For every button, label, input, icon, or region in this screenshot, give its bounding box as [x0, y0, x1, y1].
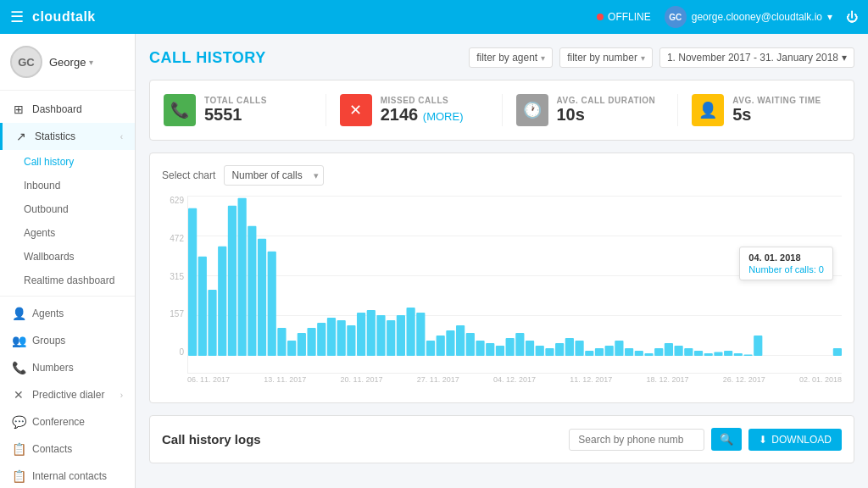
y-label-315: 315 — [170, 272, 184, 281]
chart-section: Select chart Number of calls 629 472 315… — [149, 152, 854, 403]
chevron-down-icon: ▾ — [827, 11, 832, 23]
sidebar-item-groups[interactable]: 👥 Groups — [0, 327, 135, 354]
sidebar: GC George ▾ ⊞ Dashboard ↗ Statistics ‹ C… — [0, 34, 136, 488]
avg-duration-label: AVG. CALL DURATION — [557, 96, 656, 105]
sidebar-item-contacts[interactable]: 📋 Contacts — [0, 435, 135, 463]
svg-rect-33 — [515, 333, 524, 356]
sidebar-item-agents-stat[interactable]: Agents — [0, 221, 135, 245]
svg-rect-35 — [536, 346, 544, 356]
svg-rect-21 — [397, 315, 405, 356]
topbar-left: ☰ cloudtalk — [10, 8, 96, 26]
sidebar-item-label: Dashboard — [32, 103, 82, 115]
arrow-icon: › — [120, 391, 123, 400]
power-icon[interactable]: ⏻ — [846, 10, 858, 24]
svg-rect-17 — [357, 313, 365, 356]
svg-rect-54 — [724, 351, 732, 356]
arrow-icon: ‹ — [120, 132, 123, 141]
sidebar-username[interactable]: George ▾ — [49, 56, 93, 69]
chart-select-label: Select chart — [162, 169, 215, 181]
sidebar-item-internal-contacts[interactable]: 📋 Internal contacts — [0, 463, 135, 488]
sidebar-item-conference[interactable]: 💬 Conference — [0, 408, 135, 435]
chart-controls: Select chart Number of calls — [162, 165, 842, 186]
groups-icon: 👥 — [12, 334, 25, 347]
predictive-icon: ✕ — [12, 388, 25, 402]
svg-rect-42 — [605, 346, 614, 356]
status-indicator: OFFLINE — [597, 11, 651, 23]
sidebar-item-numbers[interactable]: 📞 Numbers — [0, 354, 135, 381]
topbar: ☰ cloudtalk OFFLINE GC george.clooney@cl… — [0, 0, 868, 34]
logs-title: Call history logs — [162, 432, 261, 446]
sidebar-item-outbound[interactable]: Outbound — [0, 197, 135, 221]
y-label-629: 629 — [170, 196, 184, 205]
svg-rect-0 — [188, 208, 197, 356]
svg-rect-19 — [376, 315, 385, 356]
svg-rect-50 — [684, 348, 693, 356]
svg-rect-53 — [714, 352, 722, 356]
svg-rect-28 — [466, 333, 475, 356]
sidebar-item-label: Conference — [32, 416, 85, 428]
total-calls-icon: 📞 — [164, 94, 196, 126]
sidebar-sub-label: Inbound — [24, 180, 60, 191]
svg-rect-2 — [208, 290, 216, 356]
numbers-icon: 📞 — [12, 361, 25, 374]
chart-type-wrapper[interactable]: Number of calls — [224, 165, 324, 186]
sidebar-item-realtime[interactable]: Realtime dashboard — [0, 269, 135, 292]
x-label-5: 04. 12. 2017 — [493, 375, 536, 384]
sidebar-item-call-history[interactable]: Call history — [0, 150, 135, 174]
download-button[interactable]: ⬇ DOWNLOAD — [748, 429, 842, 451]
stat-avg-waiting: 👤 AVG. WAITING TIME 5s — [692, 94, 840, 126]
filter-agent-select[interactable]: filter by agent ▾ — [469, 47, 553, 68]
svg-rect-12 — [307, 328, 315, 356]
svg-rect-26 — [446, 330, 454, 356]
search-button[interactable]: 🔍 — [711, 428, 742, 451]
sidebar-item-predictive[interactable]: ✕ Predictive dialer › — [0, 381, 135, 408]
svg-rect-45 — [635, 351, 643, 356]
sidebar-sub-label: Wallboards — [24, 251, 75, 263]
filter-number-select[interactable]: filter by number ▾ — [559, 47, 653, 68]
avg-duration-value: 10s — [557, 105, 656, 125]
logo: cloudtalk — [32, 9, 96, 25]
user-menu[interactable]: GC george.clooney@cloudtalk.io ▾ — [665, 6, 832, 28]
svg-rect-7 — [258, 239, 266, 356]
x-label-2: 13. 11. 2017 — [264, 375, 306, 384]
svg-rect-34 — [526, 341, 534, 356]
svg-rect-27 — [456, 325, 465, 356]
svg-rect-41 — [595, 348, 604, 356]
total-calls-value: 5551 — [204, 105, 267, 125]
menu-icon[interactable]: ☰ — [10, 8, 24, 26]
internal-contacts-icon: 📋 — [12, 469, 25, 483]
date-range-picker[interactable]: 1. November 2017 - 31. January 2018 ▾ — [659, 47, 854, 68]
sidebar-item-agents[interactable]: 👤 Agents — [0, 300, 135, 327]
svg-rect-32 — [506, 338, 515, 356]
chart-type-select[interactable]: Number of calls — [224, 165, 324, 186]
sidebar-item-label: Groups — [32, 335, 65, 347]
svg-rect-31 — [496, 346, 504, 356]
stats-row: 📞 TOTAL CALLS 5551 ✕ MISSED CALLS 2146 (… — [149, 80, 854, 141]
svg-rect-65 — [833, 348, 842, 356]
sidebar-item-wallboards[interactable]: Wallboards — [0, 245, 135, 269]
svg-rect-49 — [675, 346, 683, 356]
conference-icon: 💬 — [12, 415, 25, 429]
svg-rect-14 — [327, 318, 336, 356]
stat-missed-calls: ✕ MISSED CALLS 2146 (MORE) — [340, 94, 503, 126]
bar-chart-container: 629 472 315 157 0 — [162, 196, 842, 391]
x-label-4: 27. 11. 2017 — [417, 375, 459, 384]
logs-section: Call history logs 🔍 ⬇ DOWNLOAD — [149, 415, 854, 463]
svg-rect-15 — [337, 320, 346, 356]
sidebar-item-dashboard[interactable]: ⊞ Dashboard — [0, 96, 135, 123]
x-axis: 06. 11. 2017 13. 11. 2017 20. 11. 2017 2… — [162, 375, 842, 384]
avatar: GC — [665, 6, 687, 28]
logs-controls: 🔍 ⬇ DOWNLOAD — [569, 428, 842, 451]
avg-duration-info: AVG. CALL DURATION 10s — [557, 96, 656, 125]
missed-calls-more[interactable]: (MORE) — [423, 110, 464, 123]
topbar-right: OFFLINE GC george.clooney@cloudtalk.io ▾… — [597, 6, 858, 28]
sidebar-item-statistics[interactable]: ↗ Statistics ‹ — [0, 123, 135, 150]
search-input[interactable] — [569, 429, 704, 451]
sidebar-item-inbound[interactable]: Inbound — [0, 174, 135, 197]
sidebar-item-label: Numbers — [32, 362, 74, 374]
svg-rect-25 — [437, 336, 445, 356]
stat-total-calls: 📞 TOTAL CALLS 5551 — [164, 94, 326, 126]
svg-rect-46 — [644, 353, 653, 356]
chart-tooltip: 04. 01. 2018 Number of calls: 0 — [739, 247, 833, 280]
content-area: CALL HISTORY filter by agent ▾ filter by… — [136, 34, 868, 488]
